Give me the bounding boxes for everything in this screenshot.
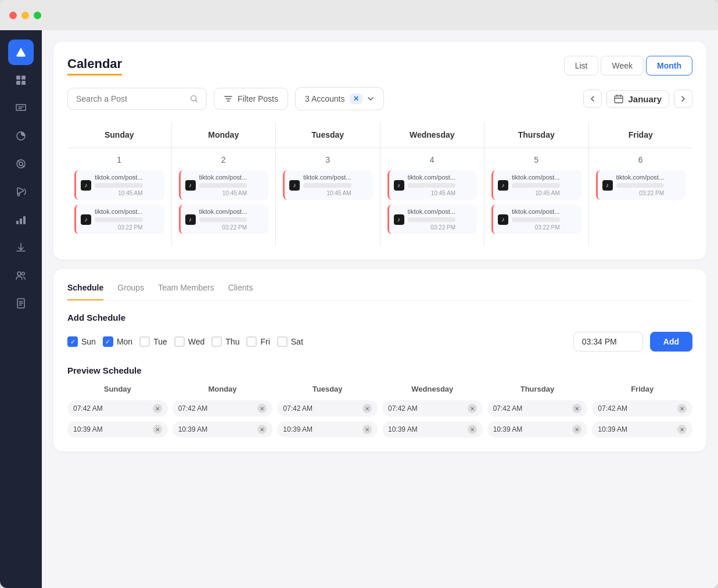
time-input[interactable] [573,332,643,352]
post-block[interactable]: ♪ tiktok.com/post... 10:45 AM [74,170,164,200]
sidebar-item-dashboard[interactable] [8,67,34,93]
checkbox-wed[interactable] [174,336,185,347]
time-tag-wednesday-2[interactable]: 10:39 AM ✕ [382,421,483,438]
remove-time-button[interactable]: ✕ [677,425,687,434]
post-skeleton [512,183,560,188]
post-item[interactable]: ♪ tiktok.com/post... 03:22 PM [387,205,478,234]
time-tag-thursday-1[interactable]: 07:42 AM ✕ [487,400,588,417]
tab-clients[interactable]: Clients [228,283,253,300]
post-skeleton [95,217,143,222]
view-week-button[interactable]: Week [601,56,644,76]
post-block[interactable]: ♪ tiktok.com/post... 03:22 PM [387,205,478,234]
day-num-6: 6 [596,155,686,164]
post-item[interactable]: ♪ tiktok.com/post... 10:45 AM [179,170,269,200]
time-tag-thursday-2[interactable]: 10:39 AM ✕ [487,421,588,438]
remove-time-button[interactable]: ✕ [153,404,162,413]
calendar-grid: Sunday Monday Tuesday Wednesday Thursday… [67,122,692,246]
sidebar-item-analytics[interactable] [8,123,34,149]
minimize-dot[interactable] [21,12,29,19]
sidebar [0,30,42,588]
post-item[interactable]: ♪ tiktok.com/post... 03:22 PM [491,205,581,234]
time-tag-monday-1[interactable]: 07:42 AM ✕ [173,400,273,417]
post-block[interactable]: ♪ tiktok.com/post... 10:45 AM [283,170,373,200]
close-dot[interactable] [9,12,17,19]
sidebar-item-download[interactable] [8,235,34,260]
search-input[interactable] [76,94,185,103]
time-tag-monday-2[interactable]: 10:39 AM ✕ [173,421,273,438]
checkbox-tue[interactable] [139,336,150,347]
day-checkbox-mon[interactable]: ✓ Mon [103,336,132,347]
remove-time-button[interactable]: ✕ [677,404,687,413]
day-header-wednesday: Wednesday [380,122,484,148]
prev-month-button[interactable] [583,89,602,108]
tab-team-members[interactable]: Team Members [158,283,214,300]
post-item[interactable]: ♪ tiktok.com/post... 10:45 AM [74,170,164,200]
post-block[interactable]: ♪ tiktok.com/post... 10:45 AM [179,170,269,200]
day-checkbox-thu[interactable]: Thu [211,336,239,347]
post-time: 10:45 AM [512,190,560,196]
remove-time-button[interactable]: ✕ [572,404,581,413]
time-value: 07:42 AM [73,404,103,413]
svg-point-13 [17,272,21,275]
sidebar-item-chat[interactable] [8,95,34,121]
sidebar-item-team[interactable] [8,263,34,288]
post-block[interactable]: ♪ tiktok.com/post... 03:22 PM [74,205,164,234]
time-tag-sunday-1[interactable]: 07:42 AM ✕ [67,400,168,417]
sidebar-item-docs[interactable] [8,291,34,316]
checkbox-sun[interactable]: ✓ [67,336,78,347]
sidebar-item-navigate[interactable] [8,40,34,65]
tab-groups[interactable]: Groups [117,283,144,300]
post-skeleton [303,183,351,188]
filter-posts-button[interactable]: Filter Posts [214,88,288,110]
day-checkbox-tue[interactable]: Tue [139,336,167,347]
checkbox-fri[interactable] [246,336,257,347]
remove-time-button[interactable]: ✕ [257,404,267,413]
sidebar-item-megaphone[interactable] [8,179,34,205]
search-box[interactable] [67,88,207,110]
post-block[interactable]: ♪ tiktok.com/post... 03:22 PM [596,170,686,200]
post-block[interactable]: ♪ tiktok.com/post... 10:45 AM [491,170,581,200]
view-list-button[interactable]: List [564,56,599,76]
tab-schedule[interactable]: Schedule [67,283,103,300]
remove-time-button[interactable]: ✕ [362,404,372,413]
day-checkbox-wed[interactable]: Wed [174,336,205,347]
post-block[interactable]: ♪ tiktok.com/post... 03:22 PM [491,205,581,234]
remove-time-button[interactable]: ✕ [362,425,372,434]
remove-time-button[interactable]: ✕ [468,404,477,413]
checkbox-thu[interactable] [211,336,222,347]
day-checkbox-sat[interactable]: Sat [277,336,303,347]
post-block[interactable]: ♪ tiktok.com/post... 03:22 PM [179,205,269,234]
accounts-button[interactable]: 3 Accounts ✕ [295,87,384,110]
time-tag-tuesday-2[interactable]: 10:39 AM ✕ [277,421,378,438]
checkbox-mon[interactable]: ✓ [103,336,113,347]
preview-header-wednesday: Wednesday [382,385,483,393]
day-label-sat: Sat [291,337,303,346]
add-schedule-button[interactable]: Add [650,332,692,352]
sidebar-item-support[interactable] [8,151,34,177]
remove-time-button[interactable]: ✕ [468,425,477,434]
post-item[interactable]: ♪ tiktok.com/post... 03:22 PM [74,205,164,234]
time-tag-sunday-2[interactable]: 10:39 AM ✕ [67,421,168,438]
day-checkbox-sun[interactable]: ✓ Sun [67,336,96,347]
tiktok-icon: ♪ [394,180,404,191]
time-tag-tuesday-1[interactable]: 07:42 AM ✕ [277,400,378,417]
day-checkbox-fri[interactable]: Fri [246,336,270,347]
post-item[interactable]: ♪ tiktok.com/post... 10:45 AM [283,170,373,200]
time-tag-friday-1[interactable]: 07:42 AM ✕ [592,400,692,417]
next-month-button[interactable] [674,89,692,108]
post-item[interactable]: ♪ tiktok.com/post... 03:22 PM [179,205,269,234]
post-item[interactable]: ♪ tiktok.com/post... 10:45 AM [491,170,581,200]
checkbox-sat[interactable] [277,336,288,347]
remove-time-button[interactable]: ✕ [572,425,581,434]
remove-time-button[interactable]: ✕ [257,425,267,434]
post-text: tiktok.com/post... [199,174,247,181]
time-tag-friday-2[interactable]: 10:39 AM ✕ [592,421,692,438]
post-block[interactable]: ♪ tiktok.com/post... 10:45 AM [387,170,478,200]
post-item[interactable]: ♪ tiktok.com/post... 10:45 AM [387,170,478,200]
view-month-button[interactable]: Month [646,56,692,76]
remove-time-button[interactable]: ✕ [153,425,162,434]
maximize-dot[interactable] [34,12,41,19]
post-item[interactable]: ♪ tiktok.com/post... 03:22 PM [596,170,686,200]
sidebar-item-chart[interactable] [8,207,34,232]
time-tag-wednesday-1[interactable]: 07:42 AM ✕ [382,400,483,417]
